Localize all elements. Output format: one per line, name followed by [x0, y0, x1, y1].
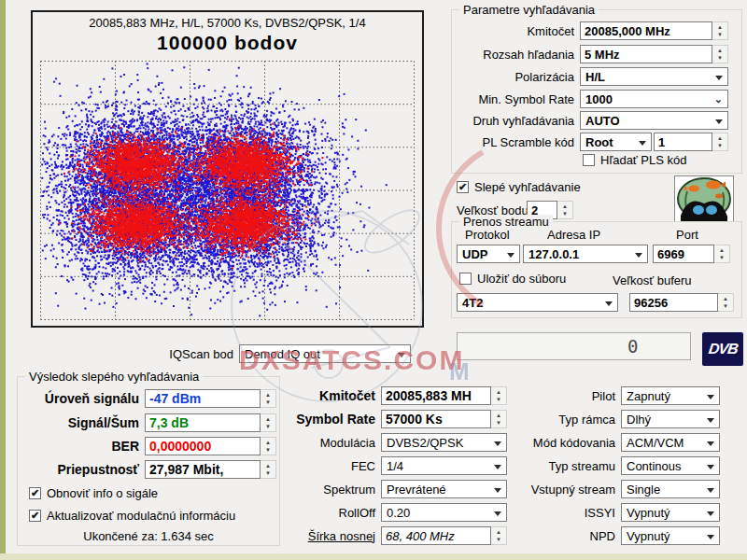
frame-type-value: Dlhý — [627, 413, 651, 427]
signal-level-value[interactable]: -47 dBm — [145, 389, 261, 408]
fec-select[interactable]: 1/4 — [381, 456, 507, 475]
dvb-logo-text: DVB — [707, 341, 738, 357]
modulation-label: Modulácia — [280, 436, 381, 450]
chevron-down-icon — [707, 535, 714, 539]
npd-select[interactable]: Vypnutý — [621, 526, 720, 545]
min-symbolrate-label: Min. Symbol Rate — [452, 92, 580, 106]
dvb-logo: DVB — [702, 332, 743, 366]
spinner-arrows-icon[interactable]: ▲▼ — [712, 133, 728, 151]
chevron-down-icon — [507, 253, 514, 258]
spinner-arrows-icon[interactable]: ▲▼ — [712, 45, 728, 63]
port-spinner[interactable]: 6969 ▲▼ — [653, 245, 730, 263]
pl-scramble-code-value[interactable]: 1 — [654, 133, 712, 151]
chevron-down-icon — [707, 488, 714, 493]
refresh-signal-info-label: Obnoviť info o sigále — [47, 486, 158, 500]
blind-scan-checkbox-row[interactable]: ✔ Slepé vyhľadávanie — [457, 180, 581, 194]
stream-type-select[interactable]: Continous — [621, 456, 720, 475]
result-frequency-spinner[interactable]: 20085,883 MH ▲▼ — [381, 386, 507, 405]
stream-transfer-group: Prenos streamu Protokol Adresa IP Port U… — [451, 221, 742, 318]
frame-type-select[interactable]: Dlhý — [621, 410, 720, 428]
save-to-file-checkbox[interactable] — [459, 273, 472, 285]
min-symbolrate-combo[interactable]: 1000 ⌄ — [580, 90, 728, 108]
chevron-down-icon — [715, 119, 723, 124]
input-stream-label: Vstupný stream — [504, 483, 621, 497]
spinner-arrows-icon[interactable]: ▲▼ — [718, 293, 734, 312]
carrier-width-value[interactable]: 68, 400 MHz — [381, 526, 491, 545]
buffer-size-spinner[interactable]: 96256 ▲▼ — [629, 293, 734, 312]
protocol-select[interactable]: UDP — [457, 245, 520, 263]
signal-level-label: Úroveň signálu — [18, 391, 145, 406]
ip-address-select[interactable]: 127.0.0.1 — [523, 245, 648, 263]
carrier-width-spinner[interactable]: 68, 400 MHz ▲▼ — [381, 526, 507, 545]
chevron-down-icon — [715, 76, 723, 80]
device-select[interactable]: 4T2 — [457, 293, 618, 312]
coding-mode-label: Mód kódovania — [504, 436, 621, 450]
blind-scan-checkbox[interactable]: ✔ — [457, 181, 469, 193]
result-symbolrate-value[interactable]: 57000 Ks — [381, 410, 491, 428]
scan-progress-display: 0 — [457, 332, 691, 360]
spectrum-select[interactable]: Prevrátené — [381, 480, 507, 498]
spinner-arrows-icon[interactable]: ▲▼ — [261, 437, 276, 455]
input-stream-select[interactable]: Single — [621, 480, 720, 498]
chevron-down-icon — [639, 141, 646, 146]
rolloff-select[interactable]: 0.20 — [381, 503, 507, 522]
chevron-down-icon — [398, 353, 405, 357]
ber-value[interactable]: 0,0000000 — [145, 437, 261, 455]
pl-scramble-mode-select[interactable]: Root — [580, 133, 652, 151]
throughput-spinner[interactable]: 27,987 Mbit, ▲▼ — [145, 460, 276, 479]
result-frequency-value[interactable]: 20085,883 MH — [381, 386, 491, 405]
search-pls-checkbox-row[interactable]: Hľadať PLS kód — [583, 153, 687, 167]
issyi-value: Vypnutý — [627, 506, 670, 520]
search-params-group: Parametre vyhľadávania Kmitočet 20085,00… — [451, 9, 742, 174]
save-to-file-row[interactable]: Uložiť do súboru — [459, 272, 566, 286]
pl-scramble-code-spinner[interactable]: 1 ▲▼ — [654, 133, 728, 151]
port-column-header: Port — [676, 228, 698, 242]
spinner-arrows-icon[interactable]: ▲▼ — [712, 21, 728, 40]
search-type-select[interactable]: AUTO — [580, 111, 728, 130]
update-modulation-info-row[interactable]: ✔ Aktualizovať modulačnú informáciu — [29, 509, 235, 523]
snr-value[interactable]: 7,3 dB — [145, 413, 261, 432]
protocol-value: UDP — [462, 247, 487, 261]
snr-spinner[interactable]: 7,3 dB ▲▼ — [145, 413, 276, 432]
signal-level-spinner[interactable]: -47 dBm ▲▼ — [145, 389, 276, 408]
coding-mode-select[interactable]: ACM/VCM — [621, 433, 720, 452]
port-value[interactable]: 6969 — [653, 245, 714, 263]
refresh-signal-info-checkbox[interactable]: ✔ — [29, 487, 41, 499]
throughput-value[interactable]: 27,987 Mbit, — [145, 460, 261, 479]
refresh-signal-info-row[interactable]: ✔ Obnoviť info o sigále — [29, 486, 158, 500]
buffer-size-value[interactable]: 96256 — [629, 293, 718, 312]
rolloff-value: 0.20 — [387, 506, 410, 520]
chevron-down-icon — [494, 511, 501, 516]
polarization-label: Polarizácia — [452, 70, 580, 84]
min-symbolrate-value: 1000 — [585, 92, 613, 106]
constellation-plot: 20085,883 MHz, H/L, 57000 Ks, DVBS2/QPSK… — [31, 10, 424, 328]
search-range-value[interactable]: 5 MHz — [580, 45, 712, 63]
frequency-value[interactable]: 20085,000 MHz — [580, 21, 712, 40]
carrier-width-label[interactable]: Šírka nosnej — [280, 529, 381, 543]
stream-type-value: Continous — [627, 459, 682, 473]
frequency-label: Kmitočet — [452, 24, 580, 38]
pilot-select[interactable]: Zapnutý — [621, 386, 720, 405]
issyi-select[interactable]: Vypnutý — [621, 503, 720, 522]
spinner-arrows-icon[interactable]: ▲▼ — [261, 460, 276, 479]
modulation-value: DVBS2/QPSK — [387, 436, 463, 450]
iqscan-select[interactable]: Demod IQ out — [239, 344, 411, 363]
save-to-file-label: Uložiť do súboru — [477, 272, 566, 286]
ip-address-value: 127.0.0.1 — [529, 247, 579, 261]
pls-search-checkbox[interactable] — [583, 154, 595, 166]
modulation-select[interactable]: DVBS2/QPSK — [381, 433, 507, 452]
frequency-spinner[interactable]: 20085,000 MHz ▲▼ — [580, 21, 728, 40]
spinner-arrows-icon[interactable]: ▲▼ — [261, 413, 276, 432]
chevron-down-icon — [707, 418, 714, 423]
polarization-select[interactable]: H/L — [580, 67, 728, 86]
ber-spinner[interactable]: 0,0000000 ▲▼ — [145, 437, 276, 455]
update-modulation-info-checkbox[interactable]: ✔ — [29, 510, 41, 522]
result-symbolrate-spinner[interactable]: 57000 Ks ▲▼ — [381, 410, 507, 428]
search-range-spinner[interactable]: 5 MHz ▲▼ — [580, 45, 728, 63]
spinner-arrows-icon[interactable]: ▲▼ — [261, 389, 276, 408]
spinner-arrows-icon[interactable]: ▲▼ — [714, 245, 730, 263]
blind-scan-checkbox-label: Slepé vyhľadávanie — [474, 180, 581, 194]
spinner-arrows-icon[interactable]: ▲▼ — [557, 201, 573, 219]
npd-value: Vypnutý — [627, 529, 670, 543]
iqscan-value: Demod IQ out — [245, 347, 320, 361]
